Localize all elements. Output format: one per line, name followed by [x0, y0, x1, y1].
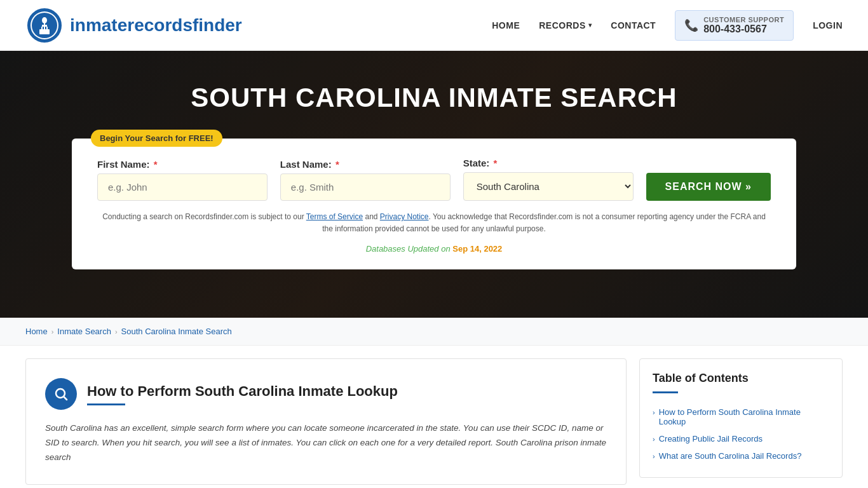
db-updated-date: Sep 14, 2022: [452, 244, 502, 254]
db-updated: Databases Updated on Sep 14, 2022: [97, 244, 771, 254]
required-marker: *: [154, 159, 158, 170]
toc-item-2[interactable]: › Creating Public Jail Records: [653, 430, 829, 447]
nav-home[interactable]: HOME: [492, 20, 520, 30]
chevron-down-icon: ▾: [588, 22, 592, 29]
nav-contact[interactable]: CONTACT: [611, 20, 656, 30]
state-label: State: *: [463, 158, 634, 168]
free-badge: Begin Your Search for FREE!: [91, 130, 222, 147]
logo-text: inmaterecordsfinder: [70, 15, 242, 36]
breadcrumb-home[interactable]: Home: [25, 327, 48, 336]
svg-rect-10: [45, 27, 46, 29]
search-form-row: First Name: * Last Name: * State: * Sout: [97, 158, 771, 201]
svg-rect-8: [40, 27, 41, 29]
toc-chevron-1: ›: [653, 409, 655, 416]
logo-icon: [25, 6, 64, 44]
state-group: State: * South Carolina Alabama Alaska A…: [463, 158, 634, 201]
svg-rect-11: [48, 27, 49, 29]
logo[interactable]: inmaterecordsfinder: [25, 6, 242, 44]
svg-rect-3: [39, 29, 50, 34]
first-name-group: First Name: *: [97, 159, 268, 201]
support-number: 800-433-0567: [703, 24, 784, 35]
main-content: How to Perform South Carolina Inmate Loo…: [25, 358, 627, 485]
first-name-input[interactable]: [97, 173, 268, 201]
support-label: CUSTOMER SUPPORT: [703, 16, 784, 24]
breadcrumb-separator-1: ›: [51, 328, 54, 336]
required-marker-2: *: [336, 159, 339, 170]
hero-section: SOUTH CAROLINA INMATE SEARCH Begin Your …: [0, 51, 868, 318]
required-marker-3: *: [494, 158, 498, 168]
state-select[interactable]: South Carolina Alabama Alaska Arizona Ca…: [463, 172, 634, 201]
breadcrumb-separator-2: ›: [115, 328, 118, 336]
last-name-label: Last Name: *: [280, 159, 451, 170]
nav-login[interactable]: LOGIN: [813, 20, 843, 30]
svg-point-7: [42, 17, 47, 24]
toc-chevron-2: ›: [653, 435, 655, 443]
article-title: How to Perform South Carolina Inmate Loo…: [87, 383, 398, 400]
site-header: inmaterecordsfinder HOME RECORDS ▾ CONTA…: [0, 0, 868, 51]
breadcrumb-inmate-search[interactable]: Inmate Search: [57, 327, 111, 336]
disclaimer-text: Conducting a search on Recordsfinder.com…: [97, 211, 771, 235]
toc-item-3[interactable]: › What are South Carolina Jail Records?: [653, 447, 829, 464]
search-button[interactable]: SEARCH NOW »: [646, 173, 771, 201]
last-name-input[interactable]: [280, 173, 451, 201]
search-icon-circle: [45, 378, 77, 410]
hero-title: SOUTH CAROLINA INMATE SEARCH: [191, 83, 677, 113]
toc-item-1[interactable]: › How to Perform South Carolina Inmate L…: [653, 403, 829, 430]
breadcrumb: Home › Inmate Search › South Carolina In…: [0, 318, 868, 346]
svg-line-13: [64, 397, 67, 400]
first-name-label: First Name: *: [97, 159, 268, 170]
nav-records[interactable]: RECORDS ▾: [539, 20, 592, 30]
article-header: How to Perform South Carolina Inmate Loo…: [45, 378, 607, 410]
breadcrumb-current: South Carolina Inmate Search: [121, 327, 232, 336]
sidebar-toc: Table of Contents › How to Perform South…: [639, 358, 843, 478]
phone-icon: 📞: [684, 18, 698, 32]
toc-chevron-3: ›: [653, 452, 655, 460]
toc-divider: [653, 391, 678, 393]
toc-title: Table of Contents: [653, 372, 829, 385]
terms-link[interactable]: Terms of Service: [306, 212, 363, 221]
content-area: How to Perform South Carolina Inmate Loo…: [0, 346, 868, 488]
title-underline: [87, 403, 125, 405]
svg-rect-9: [43, 27, 44, 29]
search-card: Begin Your Search for FREE! First Name: …: [72, 139, 796, 269]
article-body: South Carolina has an excellent, simple …: [45, 421, 607, 465]
search-icon: [53, 386, 69, 402]
main-nav: HOME RECORDS ▾ CONTACT 📞 CUSTOMER SUPPOR…: [492, 10, 843, 41]
customer-support-box: 📞 CUSTOMER SUPPORT 800-433-0567: [675, 10, 794, 41]
last-name-group: Last Name: *: [280, 159, 451, 201]
privacy-link[interactable]: Privacy Notice: [380, 212, 429, 221]
db-updated-label: Databases Updated on: [366, 244, 451, 254]
